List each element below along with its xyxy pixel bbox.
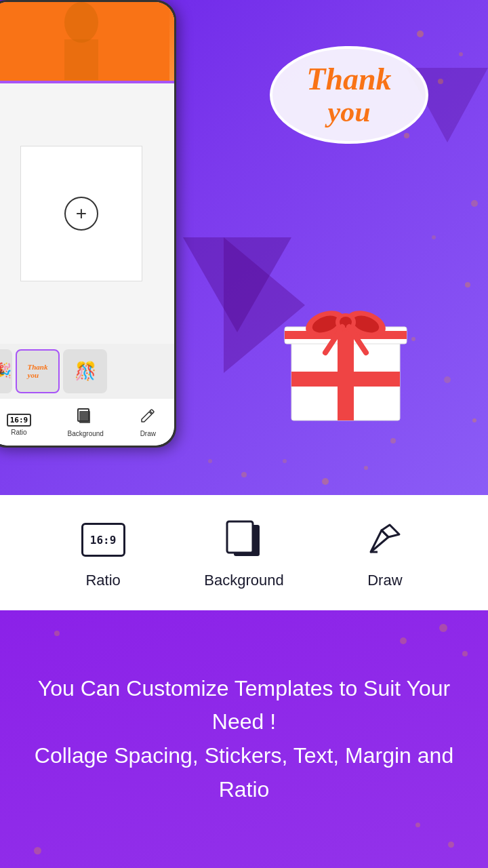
phone-image-area <box>0 2 174 83</box>
thank-you-sticker: Thank you <box>264 34 434 156</box>
bottom-description: You Can Customize Templates to Suit Your… <box>34 672 454 806</box>
svg-point-5 <box>432 235 436 239</box>
svg-point-4 <box>471 200 478 207</box>
bottom-text-line2: Collage Spacing, Stickers, Text, Margin … <box>35 743 453 802</box>
phone-ratio-icon: 16:9 <box>7 409 32 427</box>
svg-point-14 <box>322 478 329 485</box>
middle-section: 16:9 Ratio Background Draw <box>0 495 488 610</box>
phone-draw-label: Draw <box>140 430 156 437</box>
phone-tool-ratio[interactable]: 16:9 Ratio <box>7 409 32 436</box>
dot-3 <box>400 637 407 644</box>
background-label: Background <box>204 572 283 589</box>
phone-ratio-label: Ratio <box>11 429 26 436</box>
svg-point-11 <box>208 459 212 463</box>
phone-background-label: Background <box>68 430 104 437</box>
phone-tool-draw[interactable]: Draw <box>140 408 156 437</box>
add-icon[interactable]: + <box>64 197 98 231</box>
top-section: + 🎉 Thankyou 🎊 16:9 <box>0 0 488 495</box>
svg-rect-27 <box>291 372 400 387</box>
sticker-thumb-party[interactable]: 🎊 <box>63 349 107 393</box>
svg-point-18 <box>64 2 98 43</box>
phone-canvas-area: + <box>0 83 174 344</box>
ratio-icon-box: 16:9 <box>81 523 125 557</box>
feature-background: Background <box>204 516 283 589</box>
svg-point-8 <box>444 376 451 383</box>
sticker-row: 🎉 Thankyou 🎊 <box>0 344 174 398</box>
phone-tool-background[interactable]: Background <box>68 408 104 437</box>
woman-figure <box>0 2 174 83</box>
phone-background-icon <box>77 408 94 428</box>
svg-point-6 <box>465 282 470 288</box>
feature-draw: Draw <box>361 516 409 589</box>
thank-you-line1: Thank <box>306 62 391 97</box>
svg-point-13 <box>283 459 287 463</box>
thank-you-line2: you <box>306 96 391 127</box>
background-feature-icon <box>220 516 268 564</box>
gift-box <box>278 278 413 427</box>
dot-7 <box>54 631 60 636</box>
bottom-text-line1: You Can Customize Templates to Suit Your… <box>38 676 450 734</box>
decorative-diamond-left <box>183 237 291 332</box>
dot-2 <box>462 651 468 656</box>
ratio-feature-icon: 16:9 <box>79 516 127 564</box>
svg-point-2 <box>459 52 463 56</box>
canvas-white-box: + <box>20 146 142 281</box>
sticker-thumb-thankyou[interactable]: Thankyou <box>16 349 60 393</box>
phone-mockup: + 🎉 Thankyou 🎊 16:9 <box>0 0 176 448</box>
bottom-section: You Can Customize Templates to Suit Your… <box>0 610 488 868</box>
svg-point-10 <box>390 438 396 443</box>
svg-point-15 <box>364 466 368 470</box>
dot-6 <box>34 847 41 854</box>
draw-label: Draw <box>367 572 402 589</box>
svg-rect-29 <box>285 331 407 339</box>
feature-ratio: 16:9 Ratio <box>79 516 127 589</box>
dot-1 <box>439 624 447 632</box>
ratio-label: Ratio <box>85 572 120 589</box>
phone-draw-icon <box>140 408 156 428</box>
svg-rect-19 <box>64 39 98 80</box>
svg-rect-37 <box>227 521 253 553</box>
svg-point-9 <box>472 418 476 422</box>
draw-feature-icon <box>361 516 409 564</box>
phone-screen: + 🎉 Thankyou 🎊 16:9 <box>0 2 174 446</box>
dot-5 <box>415 823 420 827</box>
sticker-thumb-partial[interactable]: 🎉 <box>0 349 12 393</box>
svg-point-12 <box>241 472 247 477</box>
dot-4 <box>448 842 454 848</box>
phone-toolbar: 16:9 Ratio Background <box>0 398 174 446</box>
